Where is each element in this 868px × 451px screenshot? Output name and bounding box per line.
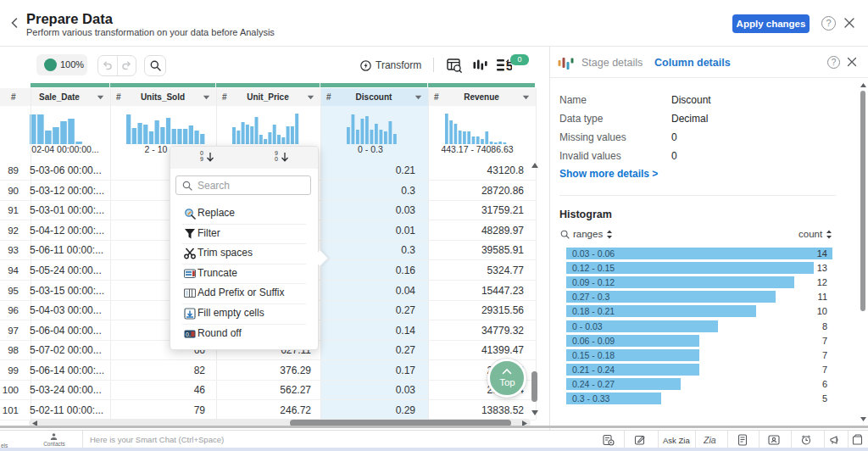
svg-text:0.: 0. (186, 331, 191, 337)
